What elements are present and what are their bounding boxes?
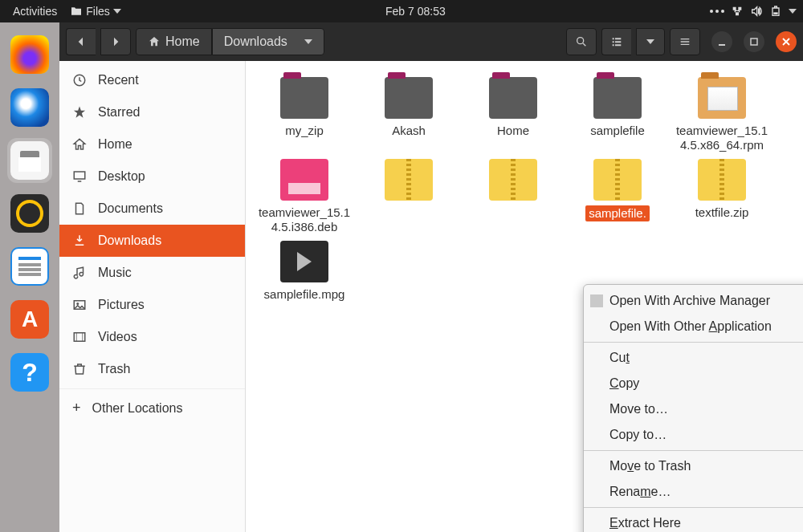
system-tray <box>731 5 797 18</box>
thunderbird-icon <box>10 88 49 127</box>
svg-rect-5 <box>74 333 85 342</box>
file-label: teamviewer_15.14.5.i386.deb <box>255 205 353 234</box>
app-menu-label: Files <box>86 5 110 18</box>
file-label: Home <box>464 124 562 138</box>
view-list-button[interactable] <box>601 28 631 55</box>
home-icon <box>148 35 161 48</box>
sidebar: Recent Starred Home Desktop Documents Do… <box>59 61 246 532</box>
sidebar-home[interactable]: Home <box>59 128 245 160</box>
app-menu[interactable]: Files <box>63 5 128 18</box>
svg-point-4 <box>76 303 79 305</box>
back-button[interactable] <box>66 28 96 55</box>
menu-copy[interactable]: CopyCtrl+C <box>584 371 803 396</box>
dock-software[interactable]: A <box>7 297 52 342</box>
dock-help[interactable]: ? <box>7 350 52 395</box>
file-label: textfile.zip <box>673 205 771 220</box>
volume-icon[interactable] <box>750 5 763 18</box>
sidebar-videos[interactable]: Videos <box>59 321 245 353</box>
files-icon <box>10 141 49 180</box>
clock[interactable]: Feb 7 08:53 <box>379 5 452 18</box>
archive-icon <box>698 159 746 201</box>
network-icon[interactable] <box>731 5 744 18</box>
path-home[interactable]: Home <box>136 28 212 55</box>
file-item[interactable] <box>357 156 461 238</box>
documents-icon <box>72 201 87 216</box>
battery-icon[interactable] <box>769 5 782 18</box>
videos-icon <box>72 330 87 344</box>
sidebar-label: Recent <box>98 73 139 87</box>
menu-open-other[interactable]: Open With Other Application <box>584 314 803 339</box>
dock: A ? <box>0 22 59 532</box>
sidebar-label: Pictures <box>98 298 145 312</box>
hamburger-button[interactable] <box>670 28 700 55</box>
file-grid[interactable]: my_zip Akash Home samplefile teamviewer_… <box>246 61 803 532</box>
file-item[interactable]: teamviewer_15.14.5.i386.deb <box>252 156 357 238</box>
file-item[interactable]: textfile.zip <box>670 156 774 238</box>
path-downloads[interactable]: Downloads <box>212 28 324 55</box>
sidebar-label: Music <box>98 266 132 280</box>
rhythmbox-icon <box>10 194 49 233</box>
menu-rename[interactable]: Rename…F2 <box>584 479 803 505</box>
window-body: Recent Starred Home Desktop Documents Do… <box>59 61 803 532</box>
view-options-button[interactable] <box>636 28 665 55</box>
menu-icon <box>679 35 691 48</box>
activities-button[interactable]: Activities <box>6 5 63 18</box>
file-item[interactable]: teamviewer_15.14.5.x86_64.rpm <box>670 74 774 156</box>
maximize-button[interactable] <box>744 31 764 52</box>
sidebar-recent[interactable]: Recent <box>59 64 245 96</box>
sidebar-label: Downloads <box>98 234 161 248</box>
menu-extract-here[interactable]: Extract Here <box>584 510 803 532</box>
file-item[interactable]: samplefile <box>565 74 670 156</box>
menu-label: Cut <box>609 351 630 365</box>
file-item[interactable]: samplefile.mpg <box>252 238 357 305</box>
menu-label: Extract Here <box>609 516 681 530</box>
chevron-down-icon[interactable] <box>789 9 797 14</box>
video-icon <box>280 241 328 282</box>
menu-move-to-trash[interactable]: Move to TrashDelete <box>584 453 803 479</box>
deb-icon <box>280 159 328 201</box>
file-item[interactable] <box>461 156 565 238</box>
chevron-down-icon <box>304 39 312 44</box>
music-icon <box>72 266 87 280</box>
dock-firefox[interactable] <box>7 32 52 77</box>
menu-open-archive[interactable]: Open With Archive ManagerReturn <box>584 288 803 314</box>
file-item[interactable]: Akash <box>357 74 461 156</box>
search-button[interactable] <box>566 28 597 55</box>
dock-files[interactable] <box>7 138 52 183</box>
sidebar-pictures[interactable]: Pictures <box>59 289 245 321</box>
file-label: samplefile.mpg <box>255 287 353 302</box>
forward-button[interactable] <box>100 28 131 55</box>
sidebar-documents[interactable]: Documents <box>59 193 245 225</box>
sidebar-trash[interactable]: Trash <box>59 353 245 385</box>
file-item[interactable]: my_zip <box>252 74 357 156</box>
dock-thunderbird[interactable] <box>7 85 52 130</box>
sidebar-other-locations[interactable]: +Other Locations <box>59 388 245 424</box>
file-label: teamviewer_15.14.5.x86_64.rpm <box>673 124 771 152</box>
menu-label: Open With Archive Manager <box>609 294 770 308</box>
menu-move-to[interactable]: Move to… <box>584 396 803 422</box>
chevron-right-icon <box>109 35 122 48</box>
close-button[interactable] <box>776 31 797 52</box>
dock-writer[interactable] <box>7 244 52 289</box>
menu-label: Copy <box>609 376 639 391</box>
path-home-label: Home <box>165 35 200 49</box>
file-item[interactable]: Home <box>461 74 565 156</box>
sidebar-starred[interactable]: Starred <box>59 96 245 128</box>
file-label: samplefile. <box>585 205 650 221</box>
top-panel: Activities Files Feb 7 08:53 <box>0 0 803 22</box>
star-icon <box>72 105 87 120</box>
menu-copy-to[interactable]: Copy to… <box>584 422 803 448</box>
sidebar-label: Desktop <box>98 169 145 184</box>
menu-label: Move to… <box>609 402 668 416</box>
sidebar-music[interactable]: Music <box>59 257 245 289</box>
sidebar-label: Documents <box>98 201 163 216</box>
notif-dots[interactable] <box>703 10 731 13</box>
menu-cut[interactable]: CutCtrl+X <box>584 345 803 371</box>
dock-rhythmbox[interactable] <box>7 191 52 236</box>
sidebar-desktop[interactable]: Desktop <box>59 160 245 193</box>
menu-label: Copy to… <box>609 428 666 442</box>
search-icon <box>575 35 588 48</box>
file-item-selected[interactable]: samplefile. <box>565 156 670 238</box>
sidebar-downloads[interactable]: Downloads <box>59 225 245 257</box>
minimize-button[interactable] <box>711 31 732 52</box>
